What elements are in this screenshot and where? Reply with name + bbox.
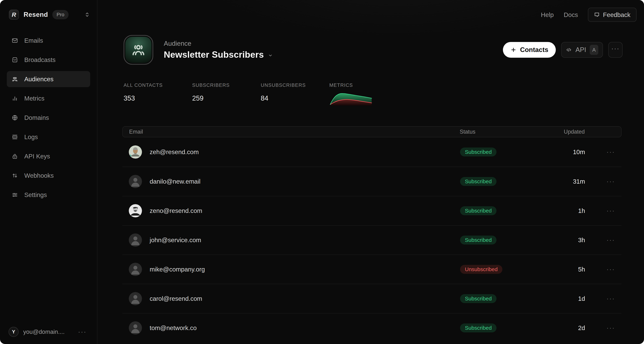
- feedback-button[interactable]: Feedback: [588, 8, 636, 22]
- sidebar-item-webhooks[interactable]: Webhooks: [7, 168, 90, 184]
- chevron-down-icon: [268, 53, 273, 58]
- page-title: Newsletter Subscribers: [164, 50, 264, 60]
- user-email: you@domain....: [23, 328, 65, 335]
- api-label: API: [576, 46, 586, 54]
- status-badge: Subscribed: [460, 236, 496, 244]
- globe-icon: [12, 114, 18, 121]
- page-title-block: Audience Newsletter Subscribers: [164, 40, 273, 60]
- table-header: Email Status Updated: [122, 126, 622, 137]
- logs-icon: [12, 134, 18, 140]
- table-row[interactable]: zeh@resend.com Subscribed 10m ···: [122, 137, 622, 167]
- resend-logo-icon: R: [9, 10, 19, 20]
- sidebar-item-label: Broadcasts: [24, 56, 56, 64]
- contact-email: carol@resend.com: [150, 295, 202, 302]
- contacts-table: Email Status Updated zeh@resend.com Subs…: [122, 126, 622, 342]
- contact-avatar: [129, 146, 142, 158]
- stat-label: METRICS: [329, 82, 398, 88]
- sidebar-item-label: Emails: [24, 37, 43, 44]
- sidebar-item-label: Logs: [24, 134, 38, 140]
- ellipsis-icon[interactable]: ···: [78, 328, 86, 336]
- contact-avatar: [129, 204, 142, 217]
- status-badge: Subscribed: [460, 324, 496, 332]
- sidebar-item-logs[interactable]: Logs: [7, 129, 90, 145]
- table-row[interactable]: mike@company.org Unsubscribed 5h ···: [122, 254, 622, 284]
- stat-all-contacts: ALL CONTACTS 353: [124, 82, 192, 106]
- user-menu[interactable]: Y you@domain.... ···: [7, 327, 90, 337]
- contact-avatar: [129, 292, 142, 305]
- sidebar-item-label: Webhooks: [24, 172, 54, 179]
- table-row[interactable]: carol@resend.com Subscribed 1d ···: [122, 284, 622, 313]
- app-window: R Resend Pro EmailsBroadcastsAudiencesMe…: [0, 0, 644, 344]
- contact-email: tom@network.co: [150, 324, 197, 332]
- contact-avatar: [129, 263, 142, 276]
- stat-subscribers: SUBSCRIBERS 259: [192, 82, 261, 106]
- page-eyebrow: Audience: [164, 40, 273, 47]
- sidebar-item-label: Domains: [24, 114, 49, 121]
- sidebar-item-label: API Keys: [24, 153, 50, 160]
- sidebar-item-api-keys[interactable]: API Keys: [7, 148, 90, 164]
- updated-time: 3h: [578, 236, 585, 244]
- stat-label: SUBSCRIBERS: [192, 82, 261, 88]
- envelope-icon: [12, 37, 18, 44]
- stat-metrics: METRICS: [329, 82, 398, 106]
- sidebar-item-emails[interactable]: Emails: [7, 32, 90, 48]
- status-badge: Subscribed: [460, 177, 496, 186]
- sidebar-item-metrics[interactable]: Metrics: [7, 90, 90, 106]
- workspace-switcher[interactable]: R Resend Pro: [7, 9, 90, 20]
- chevron-up-down-icon[interactable]: [84, 12, 90, 18]
- status-badge: Subscribed: [460, 148, 496, 156]
- add-contacts-button[interactable]: Contacts: [503, 42, 556, 58]
- row-ellipsis-icon[interactable]: ···: [606, 178, 615, 185]
- contact-email: mike@company.org: [150, 266, 205, 273]
- column-header-status: Status: [460, 128, 552, 135]
- sidebar-item-audiences[interactable]: Audiences: [7, 71, 90, 87]
- audience-switcher[interactable]: Newsletter Subscribers: [164, 50, 273, 60]
- row-ellipsis-icon[interactable]: ···: [606, 207, 615, 214]
- status-badge: Subscribed: [460, 206, 496, 215]
- more-options-button[interactable]: ···: [608, 42, 622, 58]
- plan-badge: Pro: [52, 10, 69, 19]
- stat-label: UNSUBSCRIBERS: [261, 82, 329, 88]
- table-body: zeh@resend.com Subscribed 10m ··· danilo…: [122, 137, 622, 342]
- sidebar-item-domains[interactable]: Domains: [7, 110, 90, 126]
- api-button[interactable]: API A: [561, 42, 603, 58]
- row-ellipsis-icon[interactable]: ···: [606, 266, 615, 273]
- arrows-up-down-icon: [12, 172, 18, 179]
- sidebar-item-broadcasts[interactable]: Broadcasts: [7, 52, 90, 68]
- feedback-label: Feedback: [603, 11, 630, 18]
- sidebar-item-settings[interactable]: Settings: [7, 187, 90, 203]
- updated-time: 1d: [578, 295, 585, 302]
- table-row[interactable]: tom@network.co Subscribed 2d ···: [122, 313, 622, 342]
- contact-email: john@service.com: [150, 236, 201, 244]
- contact-email: zeno@resend.com: [150, 207, 202, 214]
- avatar: Y: [8, 327, 18, 337]
- row-ellipsis-icon[interactable]: ···: [606, 324, 615, 332]
- sidebar-spacer: [7, 206, 90, 327]
- main-content: Help Docs Feedback: [97, 0, 644, 344]
- row-ellipsis-icon[interactable]: ···: [606, 148, 615, 156]
- row-ellipsis-icon[interactable]: ···: [606, 236, 615, 244]
- users-icon: [12, 76, 18, 82]
- plus-icon: [510, 47, 516, 53]
- updated-time: 2d: [578, 324, 585, 331]
- keyboard-shortcut-badge: A: [590, 45, 598, 55]
- broadcast-icon: [12, 56, 18, 63]
- table-row[interactable]: john@service.com Subscribed 3h ···: [122, 225, 622, 254]
- page-header: Audience Newsletter Subscribers Contacts: [124, 35, 622, 65]
- contact-email: zeh@resend.com: [150, 148, 199, 156]
- updated-time: 5h: [578, 266, 585, 273]
- row-ellipsis-icon[interactable]: ···: [606, 295, 615, 302]
- updated-time: 10m: [573, 148, 585, 156]
- sidebar-nav: EmailsBroadcastsAudiencesMetricsDomainsL…: [7, 32, 90, 206]
- stat-value: 353: [124, 94, 192, 102]
- table-row[interactable]: zeno@resend.com Subscribed 1h ···: [122, 196, 622, 225]
- table-row[interactable]: danilo@new.email Subscribed 31m ···: [122, 167, 622, 196]
- docs-link[interactable]: Docs: [564, 11, 578, 18]
- audience-avatar-icon: [124, 35, 153, 65]
- column-header-email: Email: [129, 128, 460, 135]
- stat-value: 84: [261, 94, 329, 102]
- metrics-sparkline-chart: [329, 90, 372, 106]
- help-link[interactable]: Help: [541, 11, 554, 18]
- sidebar-item-label: Audiences: [24, 76, 54, 83]
- updated-time: 1h: [578, 207, 585, 214]
